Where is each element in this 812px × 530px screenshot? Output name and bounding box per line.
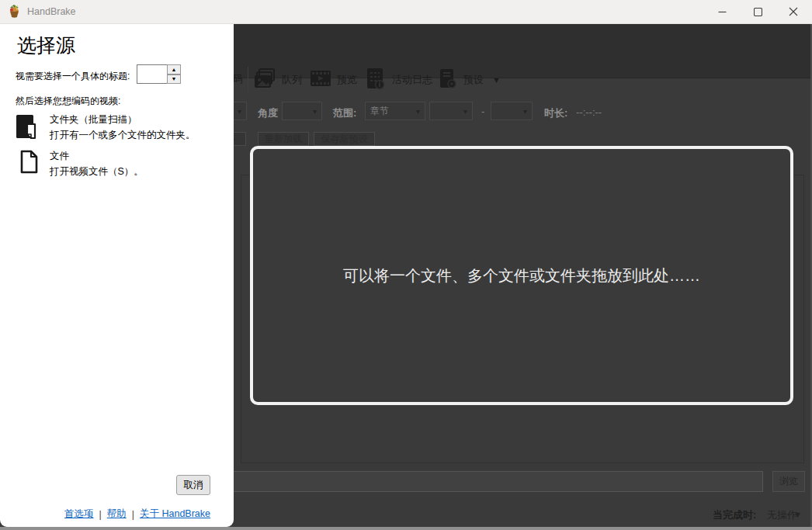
source-option-desc: 打开视频文件（S）。 — [50, 165, 144, 178]
maximize-button[interactable] — [740, 0, 776, 23]
toolbar-item-label: 预览 — [337, 73, 357, 87]
panel-heading: 选择源 — [17, 33, 75, 58]
footer-separator: | — [99, 509, 101, 520]
chevron-down-icon: ▾ — [523, 107, 527, 116]
file-drop-zone[interactable]: 可以将一个文件、多个文件或文件夹拖放到此处…… — [250, 146, 793, 405]
chevron-down-icon: ▾ — [313, 107, 317, 116]
maximize-icon — [754, 8, 762, 16]
range-start-select[interactable]: ▾ — [429, 102, 473, 120]
save-new-preset-button[interactable]: 保存新预设 — [314, 132, 375, 146]
activity-log-icon — [365, 67, 387, 92]
reload-preset-button[interactable]: 重新加载 — [258, 132, 309, 146]
handbrake-window: 开始编码 队列 — [0, 0, 812, 530]
file-icon — [19, 150, 39, 177]
chevron-down-icon: ▾ — [416, 107, 420, 116]
chevron-down-icon: ▾ — [238, 107, 241, 116]
toolbar-item-label: 队列 — [282, 73, 302, 87]
footer-separator: | — [132, 509, 134, 520]
angle-select[interactable]: ▾ — [282, 102, 322, 120]
chevron-down-icon: ▼ — [492, 75, 501, 85]
then-select-label: 然后选择您想编码的视频: — [16, 95, 120, 108]
title-number-stepper: ▲ ▼ — [167, 64, 181, 84]
window-title: HandBrake — [27, 6, 76, 17]
browse-button[interactable]: 浏览 — [772, 471, 805, 492]
cancel-button[interactable]: 取消 — [176, 475, 210, 495]
source-option-file[interactable]: 文件 打开视频文件（S）。 — [16, 150, 144, 178]
source-option-folder[interactable]: 文件夹（批量扫描） 打开有一个或多个文件的文件夹。 — [16, 113, 196, 144]
close-icon — [789, 7, 798, 16]
duration-label: 时长: — [544, 106, 567, 120]
minimize-icon — [718, 8, 727, 16]
toolbar-queue-button[interactable]: 队列 — [253, 67, 302, 92]
spin-up-button[interactable]: ▲ — [167, 64, 181, 74]
minimize-button[interactable] — [704, 0, 740, 23]
range-type-select[interactable]: 章节 ▾ — [365, 102, 425, 120]
duration-value: --:--:-- — [576, 106, 602, 118]
window-bottom-edge — [0, 527, 812, 530]
toolbar-activity-log-button[interactable]: 活动日志 — [365, 67, 432, 92]
angle-label: 角度 — [258, 106, 278, 120]
toolbar-separator — [248, 67, 248, 93]
chevron-down-icon: ▾ — [463, 107, 467, 116]
about-link[interactable]: 关于 HandBrake — [140, 507, 210, 521]
handbrake-logo-icon — [7, 4, 22, 19]
drop-zone-message: 可以将一个文件、多个文件或文件夹拖放到此处…… — [343, 265, 700, 286]
preferences-link[interactable]: 首选项 — [64, 507, 94, 521]
source-option-title: 文件夹（批量扫描） — [50, 113, 196, 126]
help-link[interactable]: 帮助 — [107, 507, 127, 521]
select-source-panel: 选择源 视需要选择一个具体的标题: ▲ ▼ 然后选择您想编码的视频: 文件夹（批… — [0, 23, 234, 527]
folder-batch-icon — [16, 113, 39, 144]
presets-icon — [438, 68, 458, 92]
title-number-input[interactable] — [137, 64, 168, 84]
preview-icon — [310, 68, 331, 91]
toolbar-item-label: 预设 — [463, 73, 484, 87]
spin-down-button[interactable]: ▼ — [167, 74, 181, 85]
toolbar-item-label: 活动日志 — [392, 73, 432, 87]
toolbar-presets-button[interactable]: 预设 ▼ — [438, 68, 501, 92]
titlebar: HandBrake — [0, 0, 812, 24]
panel-footer: 首选项 | 帮助 | 关于 HandBrake — [64, 507, 210, 521]
source-option-desc: 打开有一个或多个文件的文件夹。 — [50, 129, 196, 142]
toolbar-preview-button[interactable]: 预览 — [310, 68, 357, 91]
queue-icon — [253, 67, 276, 92]
save-path-input[interactable] — [194, 471, 763, 492]
range-separator: - — [481, 106, 484, 117]
range-label: 范围: — [333, 106, 356, 120]
when-done-label: 当完成时: — [713, 508, 756, 522]
chevron-down-icon[interactable]: ▼ — [793, 510, 802, 519]
title-select-label: 视需要选择一个具体的标题: — [16, 70, 130, 83]
close-button[interactable] — [776, 0, 811, 23]
range-end-select[interactable]: ▾ — [491, 102, 533, 120]
source-option-title: 文件 — [50, 150, 144, 163]
